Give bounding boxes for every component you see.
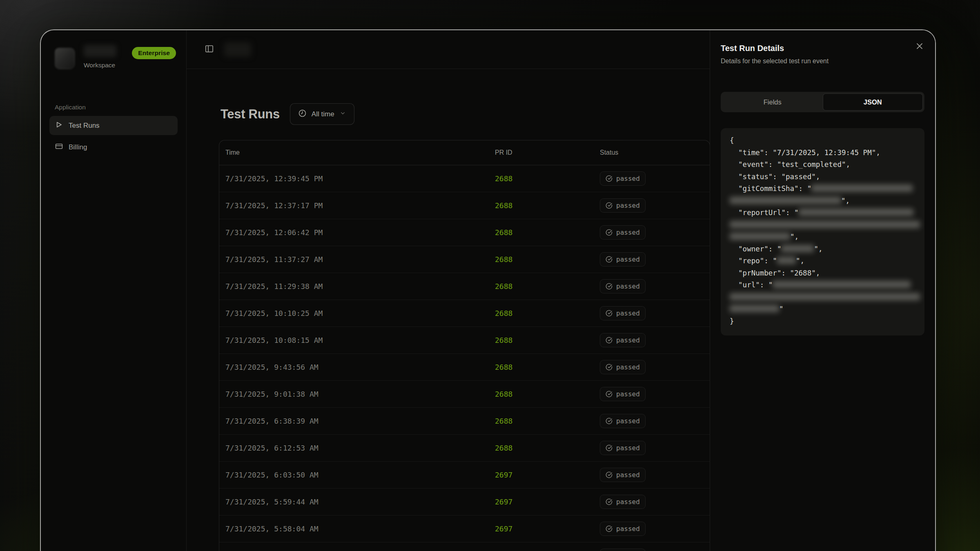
circle-check-icon [606, 256, 612, 263]
test-run-details-panel: Test Run Details Details for the selecte… [710, 30, 935, 551]
table-row[interactable]: 7/31/2025, 6:12:53 AM 2688 passed [219, 435, 710, 462]
circle-check-icon [606, 471, 612, 478]
redacted-value [773, 281, 911, 288]
circle-check-icon [606, 337, 612, 344]
run-pr-id[interactable]: 2688 [495, 228, 600, 237]
json-line: "gitCommitSha": " [730, 183, 915, 195]
run-pr-id[interactable]: 2688 [495, 174, 600, 183]
table-row[interactable]: 7/31/2025, 6:38:39 AM 2688 passed [219, 408, 710, 435]
status-label: passed [616, 282, 640, 290]
json-line: { [730, 135, 915, 147]
status-badge: passed [600, 468, 646, 482]
table-row[interactable]: 7/31/2025, 9:01:38 AM 2688 passed [219, 381, 710, 408]
column-header-status: Status [600, 149, 710, 156]
workspace-label: Workspace [84, 62, 178, 69]
circle-check-icon [606, 391, 612, 398]
topbar [187, 30, 710, 69]
redacted-value [730, 305, 779, 312]
table-header-row: Time PR ID Status [219, 140, 710, 165]
run-pr-id[interactable]: 2688 [495, 444, 600, 452]
run-time: 7/31/2025, 6:12:53 AM [225, 444, 495, 452]
status-label: passed [616, 363, 640, 371]
table-row[interactable]: 7/31/2025, 6:03:50 AM 2697 passed [219, 462, 710, 489]
run-pr-id[interactable]: 2688 [495, 336, 600, 344]
redacted-value [781, 245, 814, 252]
run-pr-id[interactable]: 2697 [495, 524, 600, 533]
table-row[interactable]: 7/31/2025, 9:43:56 AM 2688 passed [219, 354, 710, 381]
sidebar-item-label: Billing [69, 143, 87, 151]
status-label: passed [616, 309, 640, 317]
status-badge: passed [600, 522, 646, 536]
json-line: ", [730, 231, 915, 243]
status-label: passed [616, 444, 640, 452]
sidebar-toggle-button[interactable] [205, 44, 214, 55]
table-row[interactable]: 7/31/2025, 5:58:04 AM 2697 passed [219, 515, 710, 542]
workspace-name-redacted [84, 45, 116, 57]
time-filter-dropdown[interactable]: All time [290, 103, 354, 125]
status-badge: passed [600, 441, 646, 455]
redacted-value [730, 293, 920, 300]
run-time: 7/31/2025, 9:43:56 AM [225, 363, 495, 371]
run-pr-id[interactable]: 2688 [495, 201, 600, 210]
circle-check-icon [606, 229, 612, 236]
status-label: passed [616, 256, 640, 263]
status-badge: passed [600, 225, 646, 240]
panel-left-icon [205, 44, 214, 55]
status-label: passed [616, 229, 640, 236]
status-badge: passed [600, 387, 646, 401]
status-badge: passed [600, 171, 646, 186]
test-runs-table: Time PR ID Status 7/31/2025, 12:39:45 PM… [219, 140, 710, 551]
run-pr-id[interactable]: 2688 [495, 390, 600, 398]
close-icon [915, 46, 924, 52]
run-time: 7/31/2025, 11:37:27 AM [225, 255, 495, 264]
table-row[interactable]: 7/31/2025, 5:51:23 AM 2697 passed [219, 542, 710, 551]
table-row[interactable]: 7/31/2025, 11:29:38 AM 2688 passed [219, 273, 710, 300]
sidebar-item-test-runs[interactable]: Test Runs [49, 116, 178, 135]
run-pr-id[interactable]: 2688 [495, 282, 600, 291]
redacted-value [730, 233, 790, 240]
run-pr-id[interactable]: 2697 [495, 498, 600, 506]
status-badge: passed [600, 252, 646, 267]
column-header-time: Time [225, 149, 495, 156]
run-pr-id[interactable]: 2688 [495, 417, 600, 425]
tab-json[interactable]: JSON [823, 93, 923, 111]
circle-check-icon [606, 175, 612, 182]
sidebar-item-billing[interactable]: Billing [49, 138, 178, 157]
run-pr-id[interactable]: 2688 [495, 309, 600, 318]
json-line [730, 219, 915, 231]
table-row[interactable]: 7/31/2025, 5:59:44 AM 2697 passed [219, 489, 710, 515]
run-time: 7/31/2025, 5:59:44 AM [225, 498, 495, 506]
table-row[interactable]: 7/31/2025, 11:37:27 AM 2688 passed [219, 246, 710, 273]
run-time: 7/31/2025, 5:58:04 AM [225, 524, 495, 533]
status-badge: passed [600, 306, 646, 320]
table-row[interactable]: 7/31/2025, 12:39:45 PM 2688 passed [219, 165, 710, 192]
table-row[interactable]: 7/31/2025, 10:10:25 AM 2688 passed [219, 300, 710, 327]
status-badge: passed [600, 549, 646, 551]
tab-fields[interactable]: Fields [722, 93, 823, 111]
table-row[interactable]: 7/31/2025, 12:37:17 PM 2688 passed [219, 192, 710, 219]
status-badge: passed [600, 414, 646, 428]
run-time: 7/31/2025, 6:03:50 AM [225, 471, 495, 479]
status-badge: passed [600, 495, 646, 509]
status-label: passed [616, 175, 640, 182]
status-label: passed [616, 202, 640, 209]
sidebar: Workspace Enterprise Application Test Ru… [41, 30, 187, 551]
run-pr-id[interactable]: 2688 [495, 363, 600, 371]
sidebar-item-label: Test Runs [69, 122, 100, 130]
close-button[interactable] [914, 41, 925, 52]
table-body: 7/31/2025, 12:39:45 PM 2688 passed 7/31/… [219, 165, 710, 551]
details-tabs: Fields JSON [721, 92, 924, 112]
credit-card-icon [55, 142, 63, 152]
table-row[interactable]: 7/31/2025, 10:08:15 AM 2688 passed [219, 327, 710, 354]
circle-check-icon [606, 283, 612, 290]
run-pr-id[interactable]: 2688 [495, 255, 600, 264]
main-area: Test Runs All time Time PR ID [187, 30, 710, 551]
status-badge: passed [600, 198, 646, 213]
details-subtitle: Details for the selected test run event [721, 58, 924, 65]
run-pr-id[interactable]: 2697 [495, 471, 600, 479]
json-line: "repo": "", [730, 255, 915, 267]
workspace-header[interactable]: Workspace Enterprise [49, 45, 178, 84]
table-row[interactable]: 7/31/2025, 12:06:42 PM 2688 passed [219, 219, 710, 246]
redacted-value [799, 209, 913, 216]
status-label: passed [616, 417, 640, 425]
